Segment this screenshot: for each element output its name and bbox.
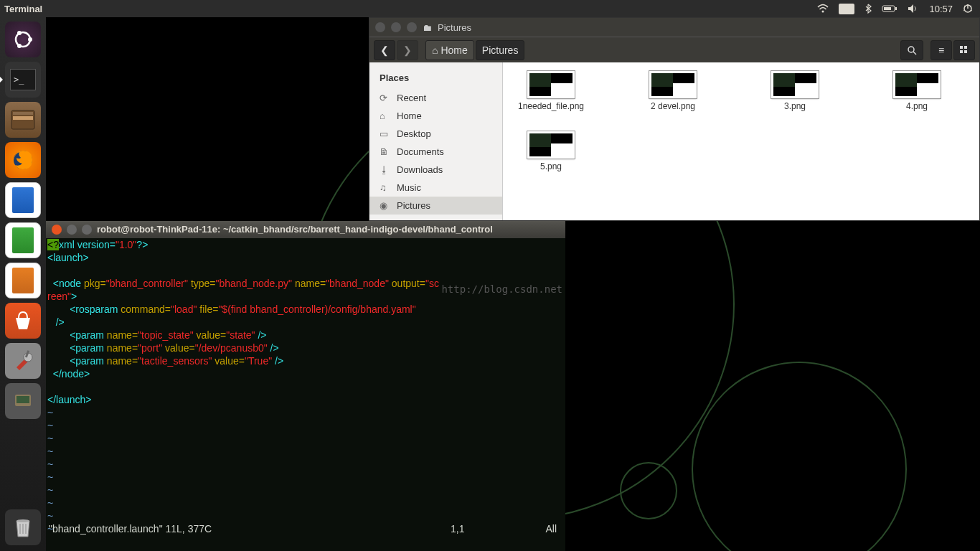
place-icon: ♫ xyxy=(380,182,391,193)
place-icon: ⌂ xyxy=(380,110,391,121)
wifi-icon[interactable] xyxy=(817,4,829,14)
maximize-icon[interactable] xyxy=(82,225,92,235)
bluetooth-icon[interactable] xyxy=(864,4,872,14)
file-label: 4.png xyxy=(906,101,928,111)
place-icon: 🗎 xyxy=(380,146,391,157)
calc-launcher-icon[interactable] xyxy=(5,222,41,258)
terminal-body[interactable]: http://blog.csdn.net <?xml version="1.0"… xyxy=(46,238,565,535)
vim-status-line: "bhand_controller.launch" 11L, 377C 1,1 … xyxy=(46,522,565,535)
back-button[interactable]: ❮ xyxy=(374,40,395,60)
file-thumbnail xyxy=(527,131,575,159)
files-window-title: Pictures xyxy=(438,22,471,33)
view-grid-button[interactable] xyxy=(953,40,975,60)
sidebar-item-documents[interactable]: 🗎Documents xyxy=(369,143,502,161)
sidebar-item-label: Documents xyxy=(397,146,444,157)
terminal-launcher-icon[interactable]: >_ xyxy=(5,62,41,98)
top-menubar: Terminal En 10:57 xyxy=(0,0,980,17)
file-label: 5.png xyxy=(540,161,562,171)
svg-rect-10 xyxy=(13,116,33,120)
sidebar-item-label: Desktop xyxy=(397,128,431,139)
sidebar-item-label: Home xyxy=(397,110,422,121)
files-titlebar[interactable]: 🖿 Pictures xyxy=(369,18,979,37)
svg-point-6 xyxy=(28,37,32,42)
file-thumbnail xyxy=(649,71,697,98)
file-thumbnail xyxy=(527,71,575,98)
file-item[interactable]: 1needed_file.png xyxy=(512,71,590,111)
svg-rect-24 xyxy=(964,46,967,49)
view-list-button[interactable]: ≡ xyxy=(930,40,952,60)
files-toolbar: ❮ ❯ ⌂Home Pictures ≡ xyxy=(369,37,979,62)
place-icon: ⟳ xyxy=(380,93,391,103)
sidebar-item-pictures[interactable]: ◉Pictures xyxy=(369,197,502,215)
svg-rect-11 xyxy=(13,112,33,115)
file-item[interactable]: 3.png xyxy=(755,71,834,111)
file-item[interactable]: 2 devel.png xyxy=(633,71,712,111)
forward-button[interactable]: ❯ xyxy=(397,40,418,60)
volume-icon[interactable] xyxy=(908,4,919,14)
active-app-title: Terminal xyxy=(0,4,42,14)
maximize-icon[interactable] xyxy=(407,22,417,32)
sidebar-item-music[interactable]: ♫Music xyxy=(369,179,502,197)
svg-point-17 xyxy=(17,519,29,522)
clock[interactable]: 10:57 xyxy=(929,4,953,14)
sidebar-item-downloads[interactable]: ⭳Downloads xyxy=(369,161,502,179)
files-launcher-icon[interactable] xyxy=(5,102,41,138)
terminal-titlebar[interactable]: robot@robot-ThinkPad-11e: ~/catkin_bhand… xyxy=(46,221,565,238)
sidebar-item-label: Recent xyxy=(397,93,426,103)
unity-launcher: >_ xyxy=(0,17,46,551)
terminal-window: robot@robot-ThinkPad-11e: ~/catkin_bhand… xyxy=(46,221,565,551)
svg-point-0 xyxy=(821,11,824,13)
minimize-icon[interactable] xyxy=(67,225,77,235)
file-label: 1needed_file.png xyxy=(518,101,584,111)
close-icon[interactable] xyxy=(52,225,62,235)
svg-line-22 xyxy=(913,52,916,55)
files-sidebar: Places ⟳Recent⌂Home▭Desktop🗎Documents⭳Do… xyxy=(369,62,503,220)
keyboard-indicator[interactable]: En xyxy=(839,4,855,14)
sidebar-item-label: Pictures xyxy=(397,200,430,211)
sidebar-item-home[interactable]: ⌂Home xyxy=(369,107,502,125)
terminal-title: robot@robot-ThinkPad-11e: ~/catkin_bhand… xyxy=(97,223,493,236)
files-window: 🖿 Pictures ❮ ❯ ⌂Home Pictures ≡ Places ⟳… xyxy=(369,17,980,221)
place-icon: ◉ xyxy=(380,200,391,211)
file-label: 3.png xyxy=(784,101,806,111)
file-item[interactable]: 4.png xyxy=(877,71,956,111)
file-item[interactable]: 5.png xyxy=(512,131,590,171)
dash-icon[interactable] xyxy=(5,22,41,57)
session-icon[interactable] xyxy=(963,4,973,14)
folder-icon: 🖿 xyxy=(423,22,432,33)
sidebar-item-desktop[interactable]: ▭Desktop xyxy=(369,125,502,143)
svg-rect-26 xyxy=(964,50,967,53)
svg-rect-25 xyxy=(960,50,963,53)
settings-launcher-icon[interactable] xyxy=(5,343,41,379)
sidebar-item-label: Downloads xyxy=(397,164,443,175)
breadcrumb-current[interactable]: Pictures xyxy=(476,40,525,60)
file-label: 2 devel.png xyxy=(651,101,695,111)
breadcrumb-home[interactable]: ⌂Home xyxy=(425,40,474,60)
system-tray: En 10:57 xyxy=(817,4,980,14)
svg-rect-23 xyxy=(960,46,963,49)
app-launcher-icon[interactable] xyxy=(5,383,41,419)
close-icon[interactable] xyxy=(375,22,385,32)
minimize-icon[interactable] xyxy=(391,22,401,32)
svg-rect-16 xyxy=(17,396,29,403)
writer-launcher-icon[interactable] xyxy=(5,182,41,218)
svg-rect-2 xyxy=(895,7,897,10)
impress-launcher-icon[interactable] xyxy=(5,263,41,298)
svg-rect-3 xyxy=(884,7,891,10)
home-icon: ⌂ xyxy=(432,44,438,56)
sidebar-item-label: Music xyxy=(397,182,421,193)
sidebar-heading: Places xyxy=(369,70,502,89)
software-launcher-icon[interactable] xyxy=(5,303,41,339)
battery-icon[interactable] xyxy=(882,4,897,13)
sidebar-item-recent[interactable]: ⟳Recent xyxy=(369,89,502,107)
file-thumbnail xyxy=(771,71,819,98)
trash-launcher-icon[interactable] xyxy=(5,509,41,545)
svg-point-7 xyxy=(17,31,22,35)
files-content[interactable]: 1needed_file.png2 devel.png3.png4.png5.p… xyxy=(503,62,979,220)
svg-point-21 xyxy=(908,47,914,52)
search-button[interactable] xyxy=(900,40,923,60)
firefox-launcher-icon[interactable] xyxy=(5,142,41,178)
file-thumbnail xyxy=(893,71,941,98)
svg-point-8 xyxy=(17,44,22,48)
place-icon: ▭ xyxy=(380,128,391,139)
